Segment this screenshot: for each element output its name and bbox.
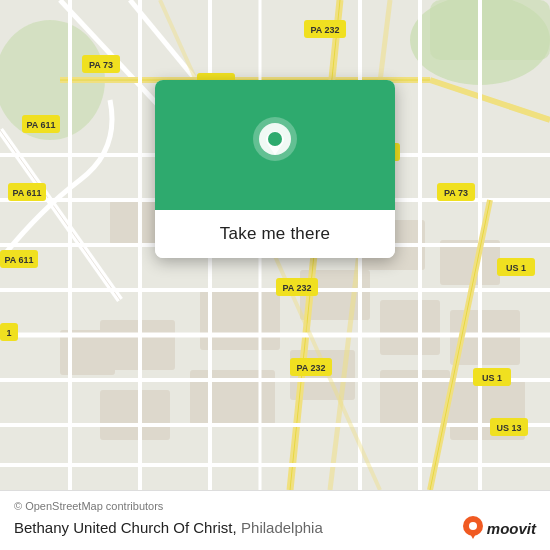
svg-rect-15 [100,390,170,440]
place-city: Philadelphia [241,519,323,536]
map-attribution: © OpenStreetMap contributors [14,500,536,512]
svg-rect-2 [430,0,550,60]
svg-text:1: 1 [6,328,11,338]
place-details: Bethany United Church Of Christ, Philade… [14,519,323,537]
svg-text:US 1: US 1 [506,263,526,273]
svg-text:PA 232: PA 232 [310,25,339,35]
svg-text:US 13: US 13 [496,423,521,433]
svg-text:PA 611: PA 611 [26,120,55,130]
place-name: Bethany United Church Of Christ, [14,519,237,536]
svg-rect-6 [380,300,440,355]
popup-header [155,80,395,210]
svg-text:PA 73: PA 73 [444,188,468,198]
moovit-brand-text: moovit [487,520,536,537]
take-me-there-button[interactable]: Take me there [155,210,395,258]
moovit-pin-icon [462,515,484,541]
moovit-logo: moovit [462,515,536,541]
svg-text:PA 232: PA 232 [282,283,311,293]
map-view: PA 611 PA 611 PA 611 PA 73 PA 73 PA 73 P… [0,0,550,490]
svg-text:PA 232: PA 232 [296,363,325,373]
svg-text:PA 73: PA 73 [89,60,113,70]
svg-point-78 [268,132,282,146]
bottom-info-bar: © OpenStreetMap contributors Bethany Uni… [0,490,550,550]
svg-text:PA 611: PA 611 [4,255,33,265]
location-pin-icon [249,115,301,175]
place-info-row: Bethany United Church Of Christ, Philade… [14,515,536,541]
svg-text:PA 611: PA 611 [12,188,41,198]
location-popup: Take me there [155,80,395,258]
svg-point-81 [469,522,477,530]
svg-text:US 1: US 1 [482,373,502,383]
